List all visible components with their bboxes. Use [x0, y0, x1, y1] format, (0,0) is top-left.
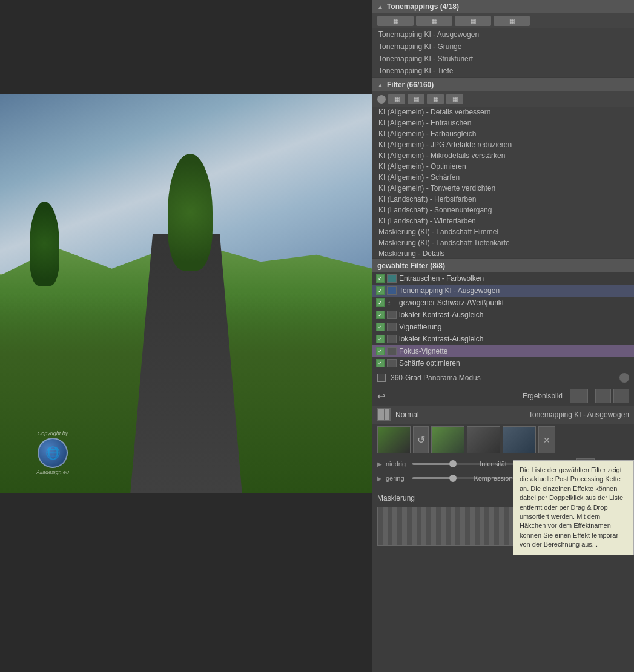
ergebnis-action-2[interactable] [613, 389, 629, 403]
filter-arrow[interactable]: ▲ [377, 82, 383, 88]
tonemapping-item-1[interactable]: Tonemapping KI - Grunge [372, 41, 634, 53]
filter-check-5[interactable]: ✓ [376, 335, 385, 343]
panorama-row: 360-Grad Panorama Modus [372, 369, 634, 386]
filter-item-10[interactable]: KI (Landschaft) - Winterfarben [372, 216, 634, 226]
compression-fill [412, 477, 453, 479]
ergebnis-thumb [570, 389, 588, 403]
watermark-globe: 🌐 [38, 438, 68, 468]
compression-thumb[interactable] [449, 475, 457, 482]
ergebnis-actions [595, 389, 629, 403]
selected-filter-0[interactable]: ✓ Entrauschen - Farbwolken [372, 272, 634, 285]
tonemappings-arrow[interactable]: ▲ [377, 4, 383, 10]
filter-icon-2: ↕ [387, 298, 397, 307]
filter-icon-4 [387, 323, 397, 331]
panorama-indicator [619, 373, 629, 383]
filter-btn-1[interactable]: ▦ [388, 94, 405, 104]
panorama-checkbox[interactable] [377, 374, 386, 382]
filter-check-0[interactable]: ✓ [376, 274, 385, 283]
filter-item-13[interactable]: Maskierung - Details [372, 248, 634, 258]
tonemapping-btn-2[interactable]: ▦ [416, 16, 452, 26]
filter-item-8[interactable]: KI (Landschaft) - Herbstfarben [372, 194, 634, 205]
intensity-thumb[interactable] [449, 460, 457, 467]
filter-btn-4[interactable]: ▦ [446, 94, 463, 104]
selected-filter-5[interactable]: ✓ lokaler Kontrast-Ausgleich [372, 333, 634, 345]
tonemappings-header: ▲ Tonemappings (4/18) [372, 0, 634, 13]
filter-item-12[interactable]: Maskierung (KI) - Landschaft Tiefenkarte [372, 237, 634, 248]
tonemapping-item-0[interactable]: Tonemapping KI - Ausgewogen [372, 28, 634, 41]
thumb-refresh[interactable]: ↺ [413, 426, 429, 453]
compression-left-label: gering [386, 475, 410, 482]
filter-item-6[interactable]: KI (Allgemein) - Schärfen [372, 172, 634, 183]
thumb-4[interactable] [503, 426, 536, 453]
selected-filters-header: gewählte Filter (8/8) [372, 259, 634, 272]
tonemapping-item-2[interactable]: Tonemapping KI - Strukturiert [372, 53, 634, 65]
tonemappings-toolbar: ▦ ▦ ▦ ▦ [372, 13, 634, 28]
tonemapping-label-row: Normal Tonemapping KI - Ausgewogen [372, 406, 634, 424]
compression-arrow[interactable]: ▶ [377, 475, 383, 482]
filter-item-11[interactable]: Maskierung (KI) - Landschaft Himmel [372, 226, 634, 237]
thumb-3[interactable] [467, 426, 500, 453]
ergebnis-label: Ergebnisbild [523, 392, 563, 400]
filter-check-6[interactable]: ✓ [376, 347, 385, 355]
intensity-arrow[interactable]: ▶ [377, 461, 383, 467]
tree-left [30, 202, 59, 341]
selected-filter-4[interactable]: ✓ Vignettierung [372, 321, 634, 333]
filter-btn-2[interactable]: ▦ [408, 94, 424, 104]
filter-item-4[interactable]: KI (Allgemein) - Mikrodetails verstärken [372, 150, 634, 161]
filter-section: ▲ Filter (66/160) ▦ ▦ ▦ ▦ KI (Allgemein)… [372, 78, 634, 258]
filter-item-9[interactable]: KI (Landschaft) - Sonnenuntergang [372, 205, 634, 216]
filter-item-7[interactable]: KI (Allgemein) - Tonwerte verdichten [372, 183, 634, 194]
filter-check-1[interactable]: ✓ [376, 286, 385, 295]
ergebnis-icon-left: ↩ [377, 390, 385, 402]
tree-center [168, 154, 213, 334]
filter-circle [377, 95, 386, 104]
filter-check-4[interactable]: ✓ [376, 323, 385, 331]
filter-icon-0 [387, 274, 397, 283]
filter-item-2[interactable]: KI (Allgemein) - Farbausgleich [372, 128, 634, 139]
filter-check-7[interactable]: ✓ [376, 359, 385, 367]
tonemappings-list: Tonemapping KI - Ausgewogen Tonemapping … [372, 28, 634, 77]
image-area: Copyright by 🌐 Alladesign.eu [0, 94, 372, 493]
watermark: Copyright by 🌐 Alladesign.eu [36, 430, 69, 475]
tonemapping-btn-4[interactable]: ▦ [494, 16, 530, 26]
ergebnis-action-1[interactable] [595, 389, 611, 403]
tonemapping-btn-1[interactable]: ▦ [377, 16, 414, 26]
selected-filter-3[interactable]: ✓ lokaler Kontrast-Ausgleich [372, 309, 634, 321]
tonemapping-active-label: Tonemapping KI - Ausgewogen [529, 410, 629, 419]
filter-icon-5 [387, 335, 397, 343]
filter-icon-6 [387, 347, 397, 355]
tonemappings-title: Tonemappings (4/18) [387, 2, 459, 11]
filter-item-1[interactable]: KI (Allgemein) - Entrauschen [372, 117, 634, 128]
filter-btn-3[interactable]: ▦ [427, 94, 444, 104]
selected-filter-6[interactable]: ✓ Fokus-Vignette [372, 345, 634, 357]
selected-filters-section: gewählte Filter (8/8) ✓ Entrauschen - Fa… [372, 259, 634, 369]
panorama-label: 360-Grad Panorama Modus [391, 374, 481, 382]
thumb-1[interactable] [377, 426, 411, 453]
filter-toolbar: ▦ ▦ ▦ ▦ [372, 91, 634, 107]
thumb-2[interactable] [431, 426, 464, 453]
intensity-left-label: niedrig [386, 460, 410, 467]
tonemappings-section: ▲ Tonemappings (4/18) ▦ ▦ ▦ ▦ Tonemappin… [372, 0, 634, 77]
selected-filter-2[interactable]: ✓ ↕ gewogener Schwarz-/Weißpunkt [372, 297, 634, 309]
blend-mode-icon [377, 408, 391, 421]
filter-check-3[interactable]: ✓ [376, 311, 385, 319]
tooltip: Die Liste der gewählten Filter zeigt die… [513, 460, 634, 555]
selected-filter-7[interactable]: ✓ Schärfe optimieren [372, 357, 634, 369]
tonemapping-btn-3[interactable]: ▦ [455, 16, 491, 26]
tonemapping-item-3[interactable]: Tonemapping KI - Tiefe [372, 65, 634, 77]
filter-icon-1 [387, 286, 397, 295]
filter-title: Filter (66/160) [387, 81, 434, 89]
left-panel: Copyright by 🌐 Alladesign.eu [0, 0, 372, 672]
filter-icon-3 [387, 311, 397, 319]
selected-filter-1[interactable]: ✓ Tonemapping KI - Ausgewogen [372, 285, 634, 297]
filter-list[interactable]: KI (Allgemein) - Details verbessern KI (… [372, 107, 634, 258]
landscape-image: Copyright by 🌐 Alladesign.eu [0, 94, 372, 493]
right-panel: ▲ Tonemappings (4/18) ▦ ▦ ▦ ▦ Tonemappin… [372, 0, 634, 672]
filter-item-5[interactable]: KI (Allgemein) - Optimieren [372, 161, 634, 172]
filter-check-2[interactable]: ✓ [376, 298, 385, 307]
filter-item-0[interactable]: KI (Allgemein) - Details verbessern [372, 107, 634, 117]
thumb-close-btn[interactable]: ✕ [538, 426, 555, 453]
filter-header: ▲ Filter (66/160) [372, 78, 634, 91]
filter-item-3[interactable]: KI (Allgemein) - JPG Artefakte reduziere… [372, 139, 634, 150]
maskierung-label: Maskierung [377, 494, 415, 502]
